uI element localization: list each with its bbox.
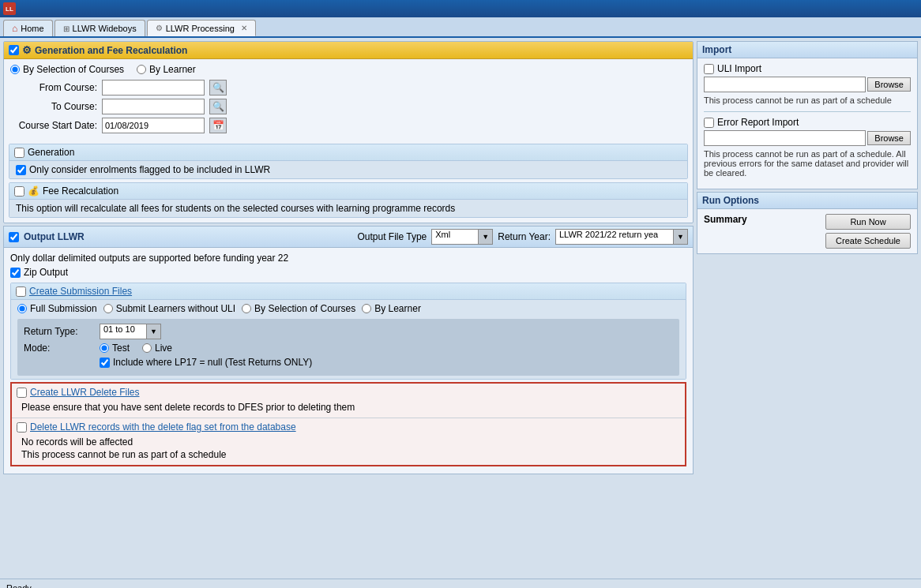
output-notice: Only dollar delimited outputs are suppor… (10, 253, 686, 264)
uli-import-checkbox[interactable] (704, 64, 714, 74)
fee-recalculation-checkbox[interactable] (14, 186, 24, 197)
to-course-row: To Course: 🔍 (10, 99, 686, 114)
without-uli-label[interactable]: Submit Learners without ULI (103, 303, 235, 314)
sub-by-learner-label[interactable]: By Learner (362, 303, 421, 314)
by-selection-label[interactable]: By Selection of Courses (10, 64, 124, 75)
create-submission-header: Create Submission Files (11, 283, 686, 300)
mode-row: Mode: Test Live (24, 343, 673, 354)
output-file-type-arrow[interactable]: ▼ (479, 229, 493, 245)
output-llwr-section: Output LLWR Output File Type Xml ▼ Retur… (3, 226, 694, 474)
return-type-arrow[interactable]: ▼ (147, 324, 161, 339)
uli-import-label[interactable]: ULI Import (704, 63, 911, 74)
tab-wideboys[interactable]: ⊞ LLWR Wideboys (55, 20, 145, 36)
create-delete-files-checkbox[interactable] (17, 388, 27, 398)
output-llwr-header: Output LLWR Output File Type Xml ▼ Retur… (4, 227, 693, 248)
error-import-label[interactable]: Error Report Import (704, 117, 911, 128)
generation-subsection-header: Generation (9, 144, 687, 161)
delete-records-checkbox[interactable] (17, 422, 27, 433)
generation-fee-body: By Selection of Courses By Learner From … (4, 59, 693, 141)
import-title: Import (702, 44, 731, 55)
lp17-checkbox[interactable] (100, 358, 110, 368)
from-course-label: From Course: (10, 82, 97, 93)
course-start-date-input[interactable] (102, 118, 205, 133)
from-course-input[interactable] (102, 80, 205, 96)
output-llwr-title: Output LLWR (24, 231, 85, 242)
submission-radio-group: Full Submission Submit Learners without … (17, 303, 679, 314)
return-year-dropdown[interactable]: LLWR 2021/22 return yea ▼ (555, 229, 688, 245)
by-learner-text: By Learner (149, 64, 196, 75)
tab-processing[interactable]: ⚙ LLWR Processing ✕ (147, 20, 256, 36)
sub-by-courses-radio[interactable] (242, 304, 251, 313)
gear-icon: ⚙ (156, 24, 163, 32)
return-type-dropdown[interactable]: 01 to 10 ▼ (100, 324, 161, 339)
enrolment-flag-text: Only consider enrolments flagged to be i… (29, 164, 270, 175)
zip-output-label[interactable]: Zip Output (10, 267, 686, 278)
zip-output-text: Zip Output (24, 267, 68, 278)
zip-output-checkbox[interactable] (10, 268, 21, 278)
create-delete-files-title[interactable]: Create LLWR Delete Files (30, 387, 140, 398)
generation-fee-checkbox[interactable] (9, 45, 19, 55)
uli-file-input[interactable] (704, 77, 866, 92)
live-mode-label[interactable]: Live (142, 343, 172, 354)
to-course-input[interactable] (102, 99, 205, 114)
return-type-label: Return Type: (24, 326, 95, 337)
create-submission-checkbox[interactable] (16, 287, 26, 297)
without-uli-text: Submit Learners without ULI (116, 303, 235, 314)
error-browse-button[interactable]: Browse (867, 131, 911, 145)
by-selection-radio[interactable] (10, 65, 20, 74)
enrolment-flag-label[interactable]: Only consider enrolments flagged to be i… (16, 164, 681, 175)
create-delete-files-body: Please ensure that you have sent delete … (17, 400, 680, 414)
summary-label: Summary (704, 214, 747, 225)
by-learner-radio[interactable] (137, 65, 146, 74)
generation-checkbox[interactable] (14, 148, 24, 158)
generation-fee-icon: ⚙ (22, 44, 32, 56)
without-uli-radio[interactable] (103, 304, 113, 313)
delete-schedule-text: This process cannot be run as part of a … (21, 449, 675, 460)
uli-browse-button[interactable]: Browse (867, 77, 911, 92)
output-file-type-dropdown[interactable]: Xml ▼ (431, 229, 493, 245)
error-import-text: Error Report Import (717, 117, 799, 128)
full-submission-radio[interactable] (17, 304, 27, 313)
mode-radio-group: Test Live (100, 343, 172, 354)
tab-wideboys-label: LLWR Wideboys (73, 24, 137, 33)
run-now-button[interactable]: Run Now (825, 214, 911, 230)
enrolment-flag-checkbox[interactable] (16, 165, 26, 175)
sub-by-learner-radio[interactable] (362, 304, 371, 313)
import-section: Import ULI Import Browse This process ca… (697, 41, 918, 189)
generation-fee-title: Generation and Fee Recalculation (35, 45, 187, 56)
live-mode-radio[interactable] (142, 343, 152, 353)
delete-records-section: Delete LLWR records with the delete flag… (12, 418, 685, 465)
status-text: Ready (6, 583, 32, 589)
calendar-btn[interactable]: 📅 (209, 118, 227, 133)
to-course-search-btn[interactable]: 🔍 (209, 99, 227, 114)
to-course-label: To Course: (10, 101, 97, 112)
full-submission-label[interactable]: Full Submission (17, 303, 97, 314)
fee-recalculation-title: Fee Recalculation (43, 185, 118, 197)
by-learner-label[interactable]: By Learner (137, 64, 196, 75)
sub-by-courses-label[interactable]: By Selection of Courses (242, 303, 355, 314)
import-body: ULI Import Browse This process cannot be… (697, 58, 917, 189)
create-delete-files-header: Create LLWR Delete Files (17, 387, 680, 398)
delete-records-title[interactable]: Delete LLWR records with the delete flag… (30, 421, 296, 433)
output-llwr-checkbox[interactable] (9, 232, 19, 242)
live-mode-text: Live (155, 343, 172, 354)
tab-close-icon[interactable]: ✕ (241, 24, 247, 32)
error-import-checkbox[interactable] (704, 118, 714, 128)
import-divider (704, 111, 911, 112)
status-bar: Ready (0, 579, 921, 588)
delete-records-body: No records will be affected This process… (17, 435, 680, 462)
tab-home[interactable]: ⌂ Home (3, 20, 53, 36)
lp17-label[interactable]: Include where LP17 = null (Test Returns … (100, 357, 312, 368)
tab-home-label: Home (21, 24, 43, 33)
test-mode-label[interactable]: Test (100, 343, 130, 354)
error-schedule-note: This process cannot be run as part of a … (704, 148, 911, 179)
error-file-input[interactable] (704, 130, 866, 146)
return-year-arrow[interactable]: ▼ (674, 229, 688, 245)
create-submission-title[interactable]: Create Submission Files (29, 286, 132, 297)
from-course-search-btn[interactable]: 🔍 (209, 80, 227, 96)
fee-icon: 💰 (28, 185, 39, 197)
home-icon: ⌂ (12, 23, 17, 34)
submission-settings: Return Type: 01 to 10 ▼ Mode: (17, 319, 679, 376)
create-schedule-button[interactable]: Create Schedule (825, 233, 911, 249)
test-mode-radio[interactable] (100, 343, 109, 353)
